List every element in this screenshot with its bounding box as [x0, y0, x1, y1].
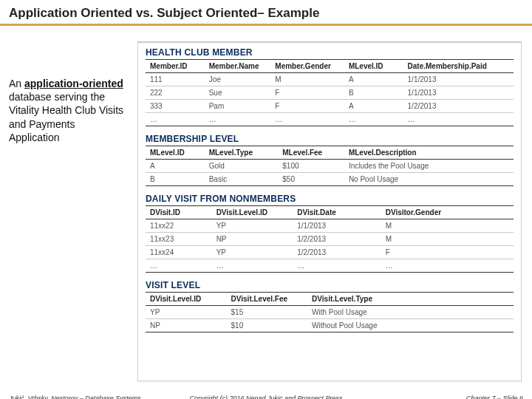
table-dvisit: DVisit.ID DVisit.Level.ID DVisit.Date DV…: [146, 205, 514, 273]
cell: NP: [212, 233, 293, 246]
cell: YP: [146, 306, 227, 319]
cell: …: [344, 113, 403, 126]
cell: $15: [227, 306, 308, 319]
footer-right: Chapter 7 – Slide 6: [466, 395, 523, 399]
cell: Includes the Pool Usage: [344, 160, 514, 173]
cell: A: [344, 100, 403, 113]
col-header: DVisit.Date: [293, 206, 381, 219]
cell: Without Pool Usage: [307, 319, 514, 332]
table-title: HEALTH CLUB MEMBER: [146, 47, 514, 58]
table-row: AGold$100Includes the Pool Usage: [146, 160, 514, 173]
cell: F: [381, 246, 514, 259]
cell: …: [205, 113, 271, 126]
figure-panel: HEALTH CLUB MEMBER Member.ID Member.Name…: [137, 41, 522, 381]
cell: A: [344, 73, 403, 86]
table-group-member: HEALTH CLUB MEMBER Member.ID Member.Name…: [146, 47, 514, 126]
col-header: Member.Gender: [270, 60, 344, 73]
side-bold-term: application-oriented: [24, 78, 123, 89]
cell: With Pool Usage: [307, 306, 514, 319]
col-header: MLevel.ID: [146, 146, 205, 160]
cell: …: [381, 259, 514, 273]
cell: M: [381, 233, 514, 246]
cell: M: [381, 219, 514, 233]
table-row: …………: [146, 259, 514, 273]
col-header: Date.Membership.Paid: [403, 60, 514, 73]
table-row: NP$10Without Pool Usage: [146, 319, 514, 332]
cell: B: [146, 173, 205, 186]
col-header: DVisit.ID: [146, 206, 212, 219]
cell: 11xx24: [146, 246, 212, 259]
cell: 1/2/2013: [293, 233, 381, 246]
cell: 222: [146, 86, 205, 100]
cell: 1/1/2013: [293, 219, 381, 233]
table-group-dvisit: DAILY VISIT FROM NONMEMBERS DVisit.ID DV…: [146, 194, 514, 273]
table-row: 11xx24YP1/2/2013F: [146, 246, 514, 259]
footer-center: Copyright (c) 2016 Nenad Jukic and Prosp…: [0, 395, 532, 399]
cell: …: [146, 259, 212, 273]
cell: $100: [278, 160, 344, 173]
table-member: Member.ID Member.Name Member.Gender MLev…: [146, 59, 514, 126]
table-mlevel: MLevel.ID MLevel.Type MLevel.Fee MLevel.…: [146, 146, 514, 186]
cell: 11xx22: [146, 219, 212, 233]
cell: 1/1/2013: [403, 73, 514, 86]
cell: 1/2/2013: [293, 246, 381, 259]
cell: A: [146, 160, 205, 173]
side-description: An application-oriented database serving…: [9, 77, 127, 144]
cell: 111: [146, 73, 205, 86]
cell: 11xx23: [146, 233, 212, 246]
col-header: Member.Name: [205, 60, 271, 73]
table-title: VISIT LEVEL: [146, 280, 514, 290]
col-header: DVisitor.Gender: [381, 206, 514, 219]
table-row: 222SueFB1/1/2013: [146, 86, 514, 100]
cell: Pam: [205, 100, 271, 113]
col-header: DVisit.Level.Fee: [227, 293, 308, 306]
title-bar: Application Oriented vs. Subject Oriente…: [0, 0, 532, 26]
cell: …: [212, 259, 293, 273]
table-group-mlevel: MEMBERSHIP LEVEL MLevel.ID MLevel.Type M…: [146, 134, 514, 186]
cell: YP: [212, 246, 293, 259]
cell: Gold: [205, 160, 279, 173]
cell: Basic: [205, 173, 279, 186]
cell: B: [344, 86, 403, 100]
col-header: MLevel.Type: [205, 146, 279, 160]
table-row: 333PamFA1/2/2013: [146, 100, 514, 113]
table-row: ……………: [146, 113, 514, 126]
table-header-row: DVisit.Level.ID DVisit.Level.Fee DVisit.…: [146, 293, 514, 306]
table-row: BBasic$50No Pool Usage: [146, 173, 514, 186]
col-header: DVisit.Level.Type: [307, 293, 514, 306]
cell: $10: [227, 319, 308, 332]
col-header: MLevel.ID: [344, 60, 403, 73]
cell: …: [270, 113, 344, 126]
table-row: 11xx23NP1/2/2013M: [146, 233, 514, 246]
slide-title: Application Oriented vs. Subject Oriente…: [9, 6, 523, 21]
cell: Joe: [205, 73, 271, 86]
cell: F: [270, 86, 344, 100]
table-header-row: DVisit.ID DVisit.Level.ID DVisit.Date DV…: [146, 206, 514, 219]
cell: 333: [146, 100, 205, 113]
cell: No Pool Usage: [344, 173, 514, 186]
content-area: An application-oriented database serving…: [0, 41, 532, 381]
cell: …: [293, 259, 381, 273]
col-header: Member.ID: [146, 60, 205, 73]
slide: Application Oriented vs. Subject Oriente…: [0, 0, 532, 399]
cell: M: [270, 73, 344, 86]
col-header: MLevel.Fee: [278, 146, 344, 160]
table-title: MEMBERSHIP LEVEL: [146, 134, 514, 144]
cell: YP: [212, 219, 293, 233]
table-header-row: MLevel.ID MLevel.Type MLevel.Fee MLevel.…: [146, 146, 514, 160]
cell: Sue: [205, 86, 271, 100]
cell: 1/1/2013: [403, 86, 514, 100]
cell: …: [403, 113, 514, 126]
cell: $50: [278, 173, 344, 186]
cell: 1/2/2013: [403, 100, 514, 113]
side-rest: database serving the Vitality Health Clu…: [9, 91, 123, 143]
side-prefix: An: [9, 78, 24, 89]
col-header: DVisit.Level.ID: [212, 206, 293, 219]
table-group-vlevel: VISIT LEVEL DVisit.Level.ID DVisit.Level…: [146, 280, 514, 332]
col-header: DVisit.Level.ID: [146, 293, 227, 306]
table-vlevel: DVisit.Level.ID DVisit.Level.Fee DVisit.…: [146, 292, 514, 332]
cell: NP: [146, 319, 227, 332]
table-header-row: Member.ID Member.Name Member.Gender MLev…: [146, 60, 514, 73]
cell: …: [146, 113, 205, 126]
table-row: 11xx22YP1/1/2013M: [146, 219, 514, 233]
